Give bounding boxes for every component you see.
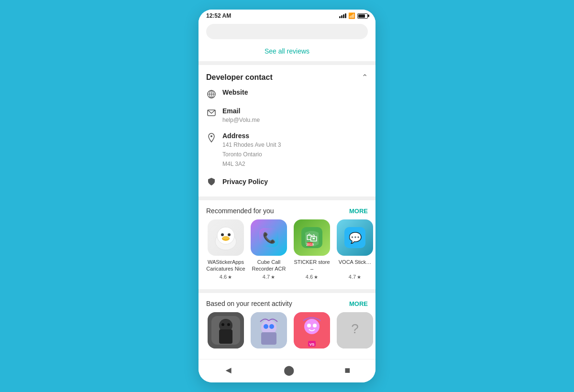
home-button[interactable]: ⬤ — [284, 364, 294, 376]
rating-value-wastickernice: 4.6 — [220, 274, 227, 280]
svg-text:🛍: 🛍 — [306, 231, 318, 244]
svg-point-8 — [221, 233, 224, 236]
app-icon-voca: 💬 — [337, 219, 373, 256]
app-card-cubecall[interactable]: 📞 Cube Call Recorder ACR 4.7 ★ — [249, 219, 288, 280]
phone-frame: 12:52 AM 📶 See all reviews Developer con… — [199, 10, 375, 382]
app-card-sticker-store[interactable]: 🛍 2019 STICKER store – WAStickerApps … 4… — [292, 219, 331, 280]
recommended-header-row: Recommended for you MORE — [199, 207, 375, 215]
svg-point-7 — [217, 227, 234, 244]
svg-point-5 — [210, 135, 212, 137]
shield-icon — [206, 176, 217, 187]
contact-address-item[interactable]: Address 141 Rhodes Ave Unit 3 Toronto On… — [206, 132, 368, 168]
app-card-voca[interactable]: 💬 VOCA Stick… 4.7 ★ — [335, 219, 375, 280]
svg-text:📞: 📞 — [263, 231, 276, 244]
location-icon — [206, 132, 217, 143]
rating-value-voca: 4.7 — [349, 274, 356, 280]
rating-value-sticker-store: 4.6 — [306, 274, 313, 280]
svg-text:VS: VS — [309, 342, 315, 347]
svg-text:💬: 💬 — [349, 231, 362, 244]
svg-point-33 — [313, 324, 317, 327]
website-text: Website — [222, 88, 248, 96]
app-rating-sticker-store: 4.6 ★ — [306, 274, 318, 280]
recommended-section: Recommended for you MORE WAStickerApps C… — [199, 200, 375, 284]
status-icons: 📶 — [339, 12, 368, 19]
recent-app-card-3[interactable]: VS — [292, 312, 331, 351]
email-label: Email — [222, 107, 260, 115]
developer-contact-header: Developer contact ⌃ — [206, 73, 368, 82]
app-name-cubecall: Cube Call Recorder ACR — [249, 259, 288, 273]
status-bar: 12:52 AM 📶 — [199, 10, 375, 21]
globe-icon — [206, 89, 217, 99]
contact-email-item[interactable]: Email help@Volu.me — [206, 107, 368, 124]
recommended-title: Recommended for you — [206, 207, 274, 215]
privacy-policy-item[interactable]: Privacy Policy — [206, 176, 368, 187]
star-icon-cubecall: ★ — [271, 274, 275, 280]
address-label: Address — [222, 132, 281, 140]
app-rating-cubecall: 4.7 ★ — [263, 274, 275, 280]
recent-app-icon-2 — [251, 312, 287, 348]
recent-activity-section: Based on your recent activity MORE — [199, 293, 375, 356]
recent-app-icon-3: VS — [294, 312, 330, 348]
time-display: 12:52 AM — [206, 12, 231, 19]
app-rating-voca: 4.7 ★ — [349, 274, 361, 280]
see-all-reviews-section: See all reviews — [199, 43, 375, 61]
app-icon-cubecall: 📞 — [251, 219, 287, 256]
star-icon-sticker-store: ★ — [314, 274, 318, 280]
developer-contact-section: Developer contact ⌃ Website — [199, 65, 375, 193]
star-icon-wastickernice: ★ — [228, 274, 232, 280]
star-icon-voca: ★ — [357, 274, 361, 280]
svg-point-23 — [221, 323, 224, 326]
svg-point-24 — [227, 323, 230, 326]
address-line2: Toronto Ontario — [222, 150, 281, 159]
divider-3 — [199, 289, 375, 293]
battery-icon — [357, 13, 368, 19]
see-all-reviews-link[interactable]: See all reviews — [265, 47, 309, 55]
svg-point-9 — [228, 233, 231, 236]
svg-point-29 — [269, 324, 274, 329]
recent-app-card-2[interactable] — [249, 312, 288, 351]
search-bar-area — [199, 21, 375, 43]
signal-icon — [339, 13, 346, 18]
app-name-wastickernice: WAStickerApps Caricatures Nice — [206, 259, 245, 273]
recents-button[interactable]: ■ — [344, 365, 350, 376]
address-line1: 141 Rhodes Ave Unit 3 — [222, 141, 281, 149]
recent-activity-more-link[interactable]: MORE — [349, 300, 368, 307]
recent-app-card-4[interactable]: ? — [335, 312, 375, 351]
recent-app-icon-4: ? — [337, 312, 373, 348]
address-line3: M4L 3A2 — [222, 160, 281, 168]
divider-1 — [199, 61, 375, 65]
email-icon — [206, 108, 217, 118]
back-button[interactable]: ◄ — [224, 365, 233, 376]
recent-app-icon-1 — [208, 312, 244, 348]
wifi-icon: 📶 — [348, 12, 355, 19]
app-icon-wastickernice — [208, 219, 244, 256]
recent-activity-title: Based on your recent activity — [206, 300, 292, 307]
app-rating-wastickernice: 4.6 ★ — [220, 274, 232, 280]
divider-2 — [199, 196, 375, 200]
recommended-more-link[interactable]: MORE — [349, 207, 368, 215]
svg-text:2019: 2019 — [306, 243, 314, 246]
app-card-wastickernice[interactable]: WAStickerApps Caricatures Nice 4.6 ★ — [206, 219, 245, 280]
app-name-sticker-store: STICKER store – WAStickerApps … — [292, 259, 331, 273]
nav-bar: ◄ ⬤ ■ — [199, 359, 375, 382]
email-value: help@Volu.me — [222, 116, 260, 124]
svg-point-28 — [264, 324, 268, 329]
svg-point-32 — [307, 324, 311, 327]
recent-activity-header-row: Based on your recent activity MORE — [199, 300, 375, 307]
recent-app-card-1[interactable] — [206, 312, 245, 351]
chevron-up-icon[interactable]: ⌃ — [362, 73, 368, 82]
svg-rect-22 — [219, 329, 232, 344]
recommended-apps-scroll: WAStickerApps Caricatures Nice 4.6 ★ — [199, 219, 375, 280]
privacy-policy-label: Privacy Policy — [222, 178, 268, 185]
recent-apps-scroll: VS ? — [199, 312, 375, 351]
contact-website-item[interactable]: Website — [206, 88, 368, 99]
svg-text:?: ? — [351, 321, 359, 336]
email-text: Email help@Volu.me — [222, 107, 260, 124]
developer-contact-title: Developer contact — [206, 73, 273, 82]
website-label: Website — [222, 88, 248, 96]
svg-point-31 — [304, 319, 320, 334]
search-bar[interactable] — [206, 24, 368, 39]
address-text: Address 141 Rhodes Ave Unit 3 Toronto On… — [222, 132, 281, 168]
rating-value-cubecall: 4.7 — [263, 274, 270, 280]
svg-rect-27 — [261, 332, 276, 345]
